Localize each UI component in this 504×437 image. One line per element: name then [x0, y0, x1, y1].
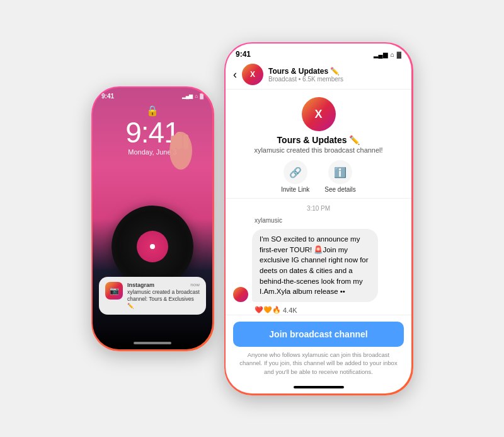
invite-link-icon: 🔗 [284, 160, 307, 184]
right-phone-wrapper: 9:41 ▂▄▆ ⌂ ▓ ‹ X Tours & Updates ✏️ Broa… [224, 42, 413, 395]
channel-info-section: X Tours & Updates ✏️ xylamusic created t… [226, 90, 411, 199]
nav-channel-avatar: X [242, 64, 263, 85]
bc-home-indicator [294, 386, 344, 388]
nav-channel-name: Tours & Updates ✏️ [268, 67, 404, 76]
battery-icon: ▓ [200, 93, 203, 99]
hand-decoration [162, 125, 200, 176]
channel-actions: 🔗 Invite Link ℹ️ See details [281, 160, 356, 193]
bc-status-icons: ▂▄▆ ⌂ ▓ [374, 51, 401, 58]
invite-link-label: Invite Link [281, 186, 309, 193]
lock-symbol: 🔒 [146, 105, 159, 117]
notif-text: xylamusic created a broadcast channel: T… [127, 289, 200, 310]
join-broadcast-button[interactable]: Join broadcast channel [233, 322, 404, 347]
svg-rect-1 [176, 132, 182, 149]
join-section: Join broadcast channel Anyone who follow… [226, 315, 411, 381]
left-phone-wrapper: 9:41 ▂▄▆ ⌂ ▓ 🔒 9:41 Monday, June 3 [91, 86, 214, 351]
join-disclaimer: Anyone who follows xylamusic can join th… [233, 351, 404, 376]
notif-instagram-icon: 📷 [105, 282, 123, 300]
bc-battery-icon: ▓ [397, 51, 401, 58]
right-phone: 9:41 ▂▄▆ ⌂ ▓ ‹ X Tours & Updates ✏️ Broa… [226, 44, 411, 393]
see-details-label: See details [324, 186, 355, 193]
notif-app-name: Instagram [127, 282, 154, 288]
nav-info: Tours & Updates ✏️ Broadcast • 6.5K memb… [268, 67, 404, 83]
see-details-btn[interactable]: ℹ️ See details [324, 160, 355, 193]
see-details-icon: ℹ️ [328, 160, 352, 184]
ls-status-icons: ▂▄▆ ⌂ ▓ [182, 93, 203, 99]
sender-name: xylamusic [255, 217, 404, 224]
message-reactions: ❤️🧡🔥 4.4K [255, 306, 404, 314]
bc-status-bar: 9:41 ▂▄▆ ⌂ ▓ [226, 44, 411, 61]
ls-home-bar [134, 342, 171, 344]
svg-rect-3 [171, 136, 176, 149]
invite-link-btn[interactable]: 🔗 Invite Link [281, 160, 309, 193]
text-message-bubble: I'm SO excited to announce my first-ever… [252, 229, 378, 302]
notif-header: Instagram now [127, 282, 200, 288]
svg-rect-2 [183, 134, 188, 149]
bc-home-bar [226, 381, 411, 393]
back-button[interactable]: ‹ [233, 68, 237, 81]
channel-name-big: Tours & Updates ✏️ [277, 135, 360, 145]
broadcast-screen: 9:41 ▂▄▆ ⌂ ▓ ‹ X Tours & Updates ✏️ Broa… [226, 44, 411, 393]
ls-status-bar: 9:41 ▂▄▆ ⌂ ▓ [93, 88, 212, 100]
reaction-count: 4.4K [283, 306, 297, 314]
message-sender-avatar [233, 287, 248, 302]
message-text: I'm SO excited to announce my first-ever… [260, 234, 370, 297]
lockscreen: 9:41 ▂▄▆ ⌂ ▓ 🔒 9:41 Monday, June 3 [93, 88, 212, 349]
message-timestamp: 3:10 PM [233, 205, 404, 212]
notif-content: Instagram now xylamusic created a broadc… [127, 282, 200, 310]
main-container: 9:41 ▂▄▆ ⌂ ▓ 🔒 9:41 Monday, June 3 [79, 30, 426, 408]
wifi-icon: ⌂ [195, 93, 198, 99]
hand-svg [162, 125, 200, 176]
vinyl-record [112, 206, 193, 288]
bc-wifi-icon: ⌂ [391, 51, 394, 58]
left-phone: 9:41 ▂▄▆ ⌂ ▓ 🔒 9:41 Monday, June 3 [93, 88, 212, 349]
channel-desc: xylamusic created this broadcast channel… [254, 146, 382, 154]
notif-time: now [190, 282, 200, 288]
nav-channel-meta: Broadcast • 6.5K members [268, 76, 404, 83]
bc-time: 9:41 [236, 50, 251, 59]
channel-avatar-big: X [302, 97, 336, 131]
messages-area: 3:10 PM xylamusic I'm SO excited to anno… [226, 199, 411, 315]
reaction-emojis: ❤️🧡🔥 [255, 306, 281, 314]
text-message-row: I'm SO excited to announce my first-ever… [233, 229, 404, 302]
signal-icon: ▂▄▆ [182, 93, 193, 99]
bc-signal-icon: ▂▄▆ [374, 51, 388, 58]
broadcast-nav: ‹ X Tours & Updates ✏️ Broadcast • 6.5K … [226, 61, 411, 90]
ls-time: 9:41 [101, 93, 114, 100]
lock-notification: 📷 Instagram now xylamusic created a broa… [99, 277, 206, 315]
